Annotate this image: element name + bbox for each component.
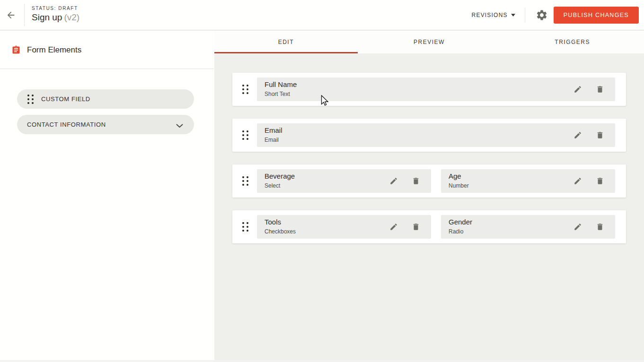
publish-changes-button[interactable]: PUBLISH CHANGES xyxy=(554,7,639,24)
pencil-icon[interactable] xyxy=(389,223,398,231)
field-type-label: Select xyxy=(265,182,280,189)
sidebar-divider xyxy=(0,69,214,69)
pencil-icon[interactable] xyxy=(573,223,582,231)
field-panel[interactable]: GenderRadio xyxy=(441,215,615,239)
field-title: Full Name xyxy=(265,80,297,88)
field-panel[interactable]: BeverageSelect xyxy=(257,169,431,193)
document-version: (v2) xyxy=(64,12,79,22)
status-badge: STATUS: DRAFT xyxy=(32,6,79,11)
caret-down-icon xyxy=(511,14,515,17)
field-panel[interactable]: ToolsCheckboxes xyxy=(257,215,431,239)
back-arrow-icon[interactable] xyxy=(4,9,18,22)
tab-triggers[interactable]: TRIGGERS xyxy=(501,31,644,53)
field-card: EmailEmail xyxy=(232,119,626,152)
topbar-divider xyxy=(525,8,525,23)
trash-icon[interactable] xyxy=(596,223,604,231)
top-bar: STATUS: DRAFT Sign up(v2) REVISIONS PUBL… xyxy=(0,0,644,30)
field-title: Beverage xyxy=(265,172,295,180)
pencil-icon[interactable] xyxy=(573,177,582,185)
sidebar-header: Form Elements xyxy=(0,31,214,69)
trash-icon[interactable] xyxy=(596,131,604,139)
field-title: Tools xyxy=(265,218,281,226)
field-panel[interactable]: AgeNumber xyxy=(441,169,615,193)
revisions-dropdown[interactable]: REVISIONS xyxy=(472,12,515,18)
field-type-label: Number xyxy=(449,182,469,189)
drag-handle-icon[interactable] xyxy=(242,130,248,140)
sidebar: Form Elements CUSTOM FIELD CONTACT INFOR… xyxy=(0,31,214,360)
trash-icon[interactable] xyxy=(412,177,420,185)
sidebar-item-custom-field[interactable]: CUSTOM FIELD xyxy=(17,89,194,109)
sidebar-item-label: CUSTOM FIELD xyxy=(41,95,90,103)
chevron-down-icon[interactable] xyxy=(176,121,183,130)
pencil-icon[interactable] xyxy=(573,85,582,94)
page-title: Sign up(v2) xyxy=(32,12,79,23)
document-name: Sign up xyxy=(32,12,62,22)
drag-handle-icon[interactable] xyxy=(27,95,34,104)
field-card: BeverageSelectAgeNumber xyxy=(232,164,626,198)
clipboard-icon xyxy=(11,45,21,55)
trash-icon[interactable] xyxy=(596,177,604,185)
form-canvas: Full NameShort TextEmailEmailBeverageSel… xyxy=(214,53,644,362)
trash-icon[interactable] xyxy=(596,85,604,94)
tab-edit[interactable]: EDIT xyxy=(214,31,358,53)
drag-handle-icon[interactable] xyxy=(242,176,248,186)
field-type-label: Short Text xyxy=(265,91,290,97)
drag-handle-icon[interactable] xyxy=(242,222,248,232)
document-title-block: STATUS: DRAFT Sign up(v2) xyxy=(32,6,79,23)
field-panel[interactable]: EmailEmail xyxy=(257,123,615,147)
field-type-label: Radio xyxy=(449,228,463,235)
gear-icon[interactable] xyxy=(535,9,548,22)
tab-bar: EDIT PREVIEW TRIGGERS xyxy=(214,31,644,53)
field-title: Email xyxy=(265,126,282,134)
trash-icon[interactable] xyxy=(412,223,420,231)
horizontal-scrollbar-track[interactable] xyxy=(0,360,644,362)
sidebar-item-label: CONTACT INFORMATION xyxy=(27,121,106,128)
field-panel[interactable]: Full NameShort Text xyxy=(257,78,615,101)
pencil-icon[interactable] xyxy=(389,177,398,185)
field-type-label: Checkboxes xyxy=(265,228,296,235)
field-title: Gender xyxy=(449,218,472,226)
revisions-label: REVISIONS xyxy=(472,12,508,18)
drag-handle-icon[interactable] xyxy=(242,85,248,94)
sidebar-title: Form Elements xyxy=(27,45,81,55)
topbar-divider xyxy=(24,4,25,26)
field-type-label: Email xyxy=(265,137,279,143)
field-card: Full NameShort Text xyxy=(232,73,626,106)
field-card: ToolsCheckboxesGenderRadio xyxy=(232,210,626,243)
topbar-actions: REVISIONS PUBLISH CHANGES xyxy=(472,0,639,30)
tab-preview[interactable]: PREVIEW xyxy=(358,31,501,53)
field-title: Age xyxy=(449,172,461,180)
pencil-icon[interactable] xyxy=(573,131,582,139)
sidebar-item-contact-information[interactable]: CONTACT INFORMATION xyxy=(17,115,194,134)
